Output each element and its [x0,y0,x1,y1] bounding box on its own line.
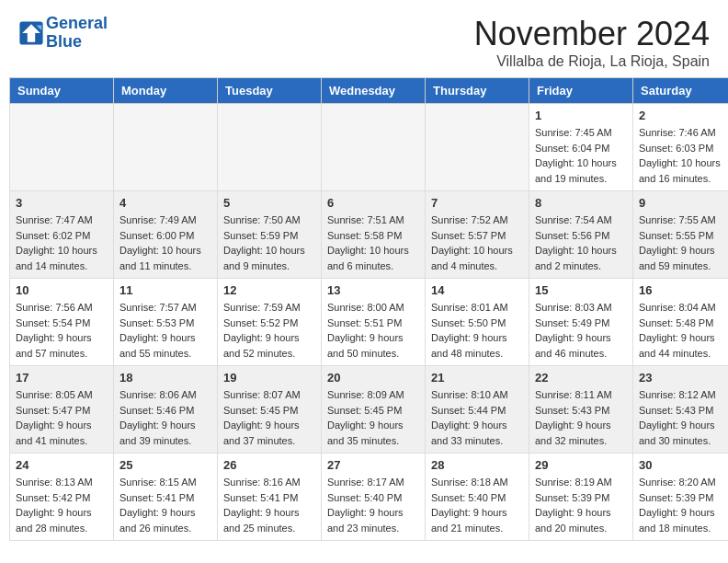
day-info: Sunrise: 7:52 AMSunset: 5:57 PMDaylight:… [431,213,523,273]
weekday-header: Tuesday [218,78,322,104]
logo-line1: General [46,15,108,33]
day-number: 3 [16,196,108,210]
day-number: 20 [327,371,419,385]
logo-line2: Blue [46,33,108,52]
day-info: Sunrise: 8:13 AMSunset: 5:42 PMDaylight:… [16,475,108,535]
calendar-cell: 20Sunrise: 8:09 AMSunset: 5:45 PMDayligh… [322,366,426,454]
day-number: 17 [16,371,108,385]
calendar-week-row: 10Sunrise: 7:56 AMSunset: 5:54 PMDayligh… [10,279,729,366]
calendar-week-row: 17Sunrise: 8:05 AMSunset: 5:47 PMDayligh… [10,366,729,454]
day-number: 30 [639,458,728,472]
calendar-cell: 4Sunrise: 7:49 AMSunset: 6:00 PMDaylight… [114,191,218,279]
calendar-cell: 9Sunrise: 7:55 AMSunset: 5:55 PMDaylight… [633,191,729,279]
calendar-week-row: 1Sunrise: 7:45 AMSunset: 6:04 PMDaylight… [10,104,729,191]
weekday-header: Saturday [633,78,729,104]
day-info: Sunrise: 8:07 AMSunset: 5:45 PMDaylight:… [223,387,315,448]
day-number: 9 [639,196,728,210]
weekday-header-row: SundayMondayTuesdayWednesdayThursdayFrid… [10,78,729,104]
calendar-cell [322,104,426,191]
day-number: 5 [223,196,315,210]
day-number: 10 [16,283,108,297]
day-number: 2 [639,109,728,122]
calendar-cell: 14Sunrise: 8:01 AMSunset: 5:50 PMDayligh… [426,279,529,366]
day-info: Sunrise: 8:11 AMSunset: 5:43 PMDaylight:… [535,387,627,448]
calendar-table: SundayMondayTuesdayWednesdayThursdayFrid… [9,77,728,541]
title-block: November 2024 Villalba de Rioja, La Rioj… [474,15,710,70]
day-info: Sunrise: 8:10 AMSunset: 5:44 PMDaylight:… [431,387,523,448]
day-number: 21 [431,371,523,385]
calendar-cell: 10Sunrise: 7:56 AMSunset: 5:54 PMDayligh… [10,279,114,366]
day-number: 27 [327,458,419,472]
day-info: Sunrise: 8:01 AMSunset: 5:50 PMDaylight:… [431,300,523,361]
day-number: 28 [431,458,523,472]
calendar-cell: 5Sunrise: 7:50 AMSunset: 5:59 PMDaylight… [218,191,322,279]
day-info: Sunrise: 8:05 AMSunset: 5:47 PMDaylight:… [16,387,108,448]
day-info: Sunrise: 8:06 AMSunset: 5:46 PMDaylight:… [119,387,211,448]
calendar-cell [218,104,322,191]
calendar-cell: 22Sunrise: 8:11 AMSunset: 5:43 PMDayligh… [529,366,633,454]
day-number: 7 [431,196,523,210]
calendar-cell: 16Sunrise: 8:04 AMSunset: 5:48 PMDayligh… [633,279,729,366]
page-header: General Blue November 2024 Villalba de R… [0,0,728,77]
day-info: Sunrise: 8:20 AMSunset: 5:39 PMDaylight:… [639,475,728,535]
weekday-header: Sunday [10,78,114,104]
calendar-cell: 25Sunrise: 8:15 AMSunset: 5:41 PMDayligh… [114,454,218,541]
calendar-cell: 18Sunrise: 8:06 AMSunset: 5:46 PMDayligh… [114,366,218,454]
day-info: Sunrise: 8:03 AMSunset: 5:49 PMDaylight:… [535,300,627,361]
calendar-cell: 29Sunrise: 8:19 AMSunset: 5:39 PMDayligh… [529,454,633,541]
day-number: 14 [431,283,523,297]
calendar-cell [10,104,114,191]
day-info: Sunrise: 8:04 AMSunset: 5:48 PMDaylight:… [639,300,728,361]
calendar-cell: 12Sunrise: 7:59 AMSunset: 5:52 PMDayligh… [218,279,322,366]
month-title: November 2024 [474,15,710,53]
day-info: Sunrise: 8:19 AMSunset: 5:39 PMDaylight:… [535,475,627,535]
day-info: Sunrise: 8:12 AMSunset: 5:43 PMDaylight:… [639,387,728,448]
calendar-cell: 30Sunrise: 8:20 AMSunset: 5:39 PMDayligh… [633,454,729,541]
day-info: Sunrise: 7:45 AMSunset: 6:04 PMDaylight:… [535,125,627,186]
location: Villalba de Rioja, La Rioja, Spain [474,53,710,70]
calendar-cell: 2Sunrise: 7:46 AMSunset: 6:03 PMDaylight… [633,104,729,191]
calendar-cell: 28Sunrise: 8:18 AMSunset: 5:40 PMDayligh… [426,454,529,541]
calendar-cell: 3Sunrise: 7:47 AMSunset: 6:02 PMDaylight… [10,191,114,279]
calendar-cell: 17Sunrise: 8:05 AMSunset: 5:47 PMDayligh… [10,366,114,454]
day-info: Sunrise: 7:59 AMSunset: 5:52 PMDaylight:… [223,300,315,361]
day-info: Sunrise: 8:09 AMSunset: 5:45 PMDaylight:… [327,387,419,448]
day-info: Sunrise: 7:55 AMSunset: 5:55 PMDaylight:… [639,213,728,273]
calendar-cell: 15Sunrise: 8:03 AMSunset: 5:49 PMDayligh… [529,279,633,366]
day-number: 15 [535,283,627,297]
weekday-header: Thursday [426,78,529,104]
day-info: Sunrise: 7:49 AMSunset: 6:00 PMDaylight:… [119,213,211,273]
calendar-cell: 26Sunrise: 8:16 AMSunset: 5:41 PMDayligh… [218,454,322,541]
calendar-cell: 21Sunrise: 8:10 AMSunset: 5:44 PMDayligh… [426,366,529,454]
day-number: 29 [535,458,627,472]
calendar-week-row: 3Sunrise: 7:47 AMSunset: 6:02 PMDaylight… [10,191,729,279]
day-number: 24 [16,458,108,472]
day-number: 23 [639,371,728,385]
calendar-cell: 6Sunrise: 7:51 AMSunset: 5:58 PMDaylight… [322,191,426,279]
logo: General Blue [18,15,108,52]
day-number: 16 [639,283,728,297]
day-number: 25 [119,458,211,472]
calendar-cell: 7Sunrise: 7:52 AMSunset: 5:57 PMDaylight… [426,191,529,279]
day-number: 8 [535,196,627,210]
weekday-header: Friday [529,78,633,104]
calendar-cell: 8Sunrise: 7:54 AMSunset: 5:56 PMDaylight… [529,191,633,279]
day-number: 12 [223,283,315,297]
calendar-cell: 23Sunrise: 8:12 AMSunset: 5:43 PMDayligh… [633,366,729,454]
day-info: Sunrise: 8:18 AMSunset: 5:40 PMDaylight:… [431,475,523,535]
logo-icon [18,20,44,46]
day-number: 13 [327,283,419,297]
day-info: Sunrise: 8:16 AMSunset: 5:41 PMDaylight:… [223,475,315,535]
calendar-cell: 13Sunrise: 8:00 AMSunset: 5:51 PMDayligh… [322,279,426,366]
day-info: Sunrise: 7:46 AMSunset: 6:03 PMDaylight:… [639,125,728,186]
day-number: 1 [535,109,627,122]
day-number: 26 [223,458,315,472]
day-info: Sunrise: 7:54 AMSunset: 5:56 PMDaylight:… [535,213,627,273]
day-info: Sunrise: 7:56 AMSunset: 5:54 PMDaylight:… [16,300,108,361]
calendar-cell: 19Sunrise: 8:07 AMSunset: 5:45 PMDayligh… [218,366,322,454]
weekday-header: Wednesday [322,78,426,104]
calendar-week-row: 24Sunrise: 8:13 AMSunset: 5:42 PMDayligh… [10,454,729,541]
weekday-header: Monday [114,78,218,104]
day-info: Sunrise: 7:51 AMSunset: 5:58 PMDaylight:… [327,213,419,273]
day-info: Sunrise: 8:17 AMSunset: 5:40 PMDaylight:… [327,475,419,535]
